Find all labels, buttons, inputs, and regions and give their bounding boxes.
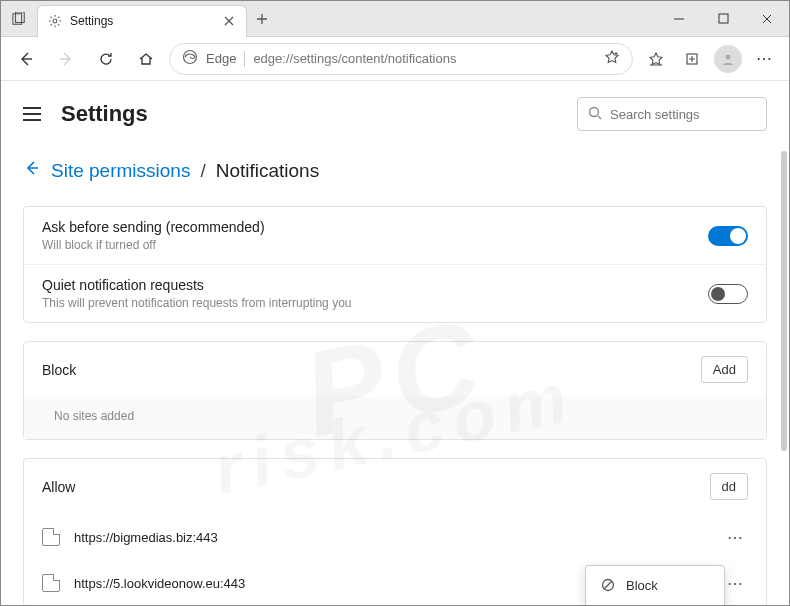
hamburger-menu[interactable] (23, 102, 47, 126)
edge-logo-icon (182, 49, 198, 68)
scrollbar[interactable] (781, 151, 787, 451)
block-title: Block (42, 362, 76, 378)
option-title: Ask before sending (recommended) (42, 219, 265, 235)
window-close[interactable] (745, 1, 789, 37)
block-icon (600, 577, 616, 593)
app-menu-icon[interactable]: ⋯ (747, 42, 781, 76)
notification-options-card: Ask before sending (recommended) Will bl… (23, 206, 767, 323)
close-tab-icon[interactable] (222, 14, 236, 28)
option-title: Quiet notification requests (42, 277, 351, 293)
quiet-toggle[interactable] (708, 284, 748, 304)
page-icon (42, 574, 60, 592)
search-icon (588, 106, 602, 123)
settings-content: PC risk.com Site permissions / Notificat… (1, 143, 789, 606)
menu-edit[interactable]: Edit (586, 600, 724, 606)
allow-add-button[interactable]: dd (710, 473, 748, 500)
site-more-button[interactable]: ⋯ (722, 570, 748, 596)
svg-rect-3 (719, 14, 728, 23)
omnibox[interactable]: Edge edge://settings/content/notificatio… (169, 43, 633, 75)
site-url: https://bigmedias.biz:443 (74, 530, 708, 545)
quiet-requests-row: Quiet notification requests This will pr… (24, 264, 766, 322)
allow-title: Allow (42, 479, 75, 495)
nav-back[interactable] (9, 42, 43, 76)
favorite-star-icon[interactable] (604, 49, 620, 68)
nav-home[interactable] (129, 42, 163, 76)
page-title: Settings (61, 101, 148, 127)
tab-title: Settings (70, 14, 214, 28)
option-subtitle: This will prevent notification requests … (42, 296, 351, 310)
gear-icon (48, 14, 62, 28)
site-more-button[interactable]: ⋯ (722, 524, 748, 550)
window-titlebar: Settings (1, 1, 789, 37)
ask-before-sending-row: Ask before sending (recommended) Will bl… (24, 207, 766, 264)
search-placeholder: Search settings (610, 107, 700, 122)
breadcrumb-current: Notifications (216, 160, 320, 182)
breadcrumb-back-icon[interactable] (23, 159, 41, 182)
site-context-menu: Block Edit Remove (585, 565, 725, 606)
settings-header: Settings Search settings (1, 81, 789, 143)
ask-toggle[interactable] (708, 226, 748, 246)
divider (244, 51, 245, 67)
profile-avatar[interactable] (711, 42, 745, 76)
option-subtitle: Will block if turned off (42, 238, 265, 252)
breadcrumb: Site permissions / Notifications (23, 159, 767, 182)
address-bar: Edge edge://settings/content/notificatio… (1, 37, 789, 81)
collections-icon[interactable] (675, 42, 709, 76)
block-add-button[interactable]: Add (701, 356, 748, 383)
svg-point-7 (590, 107, 599, 116)
tab-actions-icon[interactable] (1, 12, 37, 26)
nav-forward (49, 42, 83, 76)
browser-tab[interactable]: Settings (37, 5, 247, 37)
svg-point-2 (53, 19, 57, 23)
svg-point-6 (726, 54, 731, 59)
new-tab-button[interactable] (247, 13, 277, 25)
window-maximize[interactable] (701, 1, 745, 37)
block-empty: No sites added (24, 397, 766, 439)
menu-block[interactable]: Block (586, 570, 724, 600)
favorites-icon[interactable] (639, 42, 673, 76)
search-settings-input[interactable]: Search settings (577, 97, 767, 131)
nav-refresh[interactable] (89, 42, 123, 76)
window-minimize[interactable] (657, 1, 701, 37)
menu-label: Block (626, 578, 658, 593)
omnibox-badge: Edge (206, 51, 236, 66)
allow-site-row: https://bigmedias.biz:443 ⋯ (24, 514, 766, 560)
breadcrumb-sep: / (200, 160, 205, 182)
page-icon (42, 528, 60, 546)
breadcrumb-parent[interactable]: Site permissions (51, 160, 190, 182)
block-section: Block Add No sites added (23, 341, 767, 440)
omnibox-url: edge://settings/content/notifications (253, 51, 596, 66)
